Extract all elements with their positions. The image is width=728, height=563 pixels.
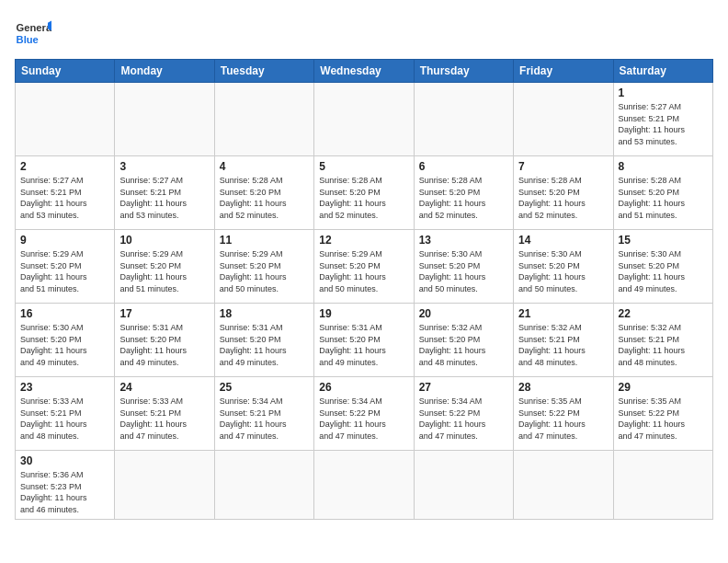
weekday-header-thursday: Thursday: [414, 60, 513, 83]
calendar-cell: 6Sunrise: 5:28 AM Sunset: 5:20 PM Daylig…: [414, 156, 513, 230]
calendar-cell: 4Sunrise: 5:28 AM Sunset: 5:20 PM Daylig…: [214, 156, 313, 230]
day-info: Sunrise: 5:36 AM Sunset: 5:23 PM Dayligh…: [20, 469, 109, 515]
day-number: 1: [619, 86, 708, 99]
calendar-cell: [115, 451, 214, 520]
day-number: 24: [119, 381, 209, 394]
weekday-header-row: SundayMondayTuesdayWednesdayThursdayFrid…: [16, 60, 713, 83]
weekday-header-tuesday: Tuesday: [214, 60, 313, 83]
weekday-header-saturday: Saturday: [613, 60, 712, 83]
day-number: 30: [20, 454, 109, 467]
day-info: Sunrise: 5:28 AM Sunset: 5:20 PM Dayligh…: [220, 175, 309, 221]
svg-text:Blue: Blue: [17, 34, 39, 45]
day-number: 17: [119, 307, 209, 320]
day-info: Sunrise: 5:27 AM Sunset: 5:21 PM Dayligh…: [20, 175, 109, 221]
calendar-cell: 27Sunrise: 5:34 AM Sunset: 5:22 PM Dayli…: [414, 377, 513, 451]
calendar-cell: [16, 83, 115, 156]
day-info: Sunrise: 5:35 AM Sunset: 5:22 PM Dayligh…: [518, 396, 608, 442]
calendar-cell: 2Sunrise: 5:27 AM Sunset: 5:21 PM Daylig…: [16, 156, 115, 230]
calendar-cell: 16Sunrise: 5:30 AM Sunset: 5:20 PM Dayli…: [16, 304, 115, 377]
weekday-header-wednesday: Wednesday: [314, 60, 414, 83]
calendar-cell: [514, 451, 613, 520]
day-info: Sunrise: 5:33 AM Sunset: 5:21 PM Dayligh…: [20, 396, 109, 442]
calendar-cell: [414, 83, 513, 156]
calendar-cell: 13Sunrise: 5:30 AM Sunset: 5:20 PM Dayli…: [414, 230, 513, 304]
calendar-week-1: 1Sunrise: 5:27 AM Sunset: 5:21 PM Daylig…: [16, 83, 713, 156]
calendar-cell: 3Sunrise: 5:27 AM Sunset: 5:21 PM Daylig…: [115, 156, 214, 230]
logo-svg: General Blue: [15, 15, 51, 52]
calendar-cell: [514, 83, 613, 156]
day-info: Sunrise: 5:28 AM Sunset: 5:20 PM Dayligh…: [419, 175, 508, 221]
calendar-cell: 7Sunrise: 5:28 AM Sunset: 5:20 PM Daylig…: [514, 156, 613, 230]
calendar-cell: 29Sunrise: 5:35 AM Sunset: 5:22 PM Dayli…: [613, 377, 712, 451]
svg-text:General: General: [17, 22, 51, 33]
calendar-cell: 14Sunrise: 5:30 AM Sunset: 5:20 PM Dayli…: [514, 230, 613, 304]
day-number: 4: [220, 160, 309, 173]
calendar-cell: 12Sunrise: 5:29 AM Sunset: 5:20 PM Dayli…: [314, 230, 414, 304]
logo-graphic: General Blue: [15, 15, 51, 52]
calendar-week-3: 9Sunrise: 5:29 AM Sunset: 5:20 PM Daylig…: [16, 230, 713, 304]
day-info: Sunrise: 5:31 AM Sunset: 5:20 PM Dayligh…: [319, 322, 408, 368]
day-number: 29: [619, 381, 708, 394]
day-number: 22: [619, 307, 708, 320]
day-info: Sunrise: 5:31 AM Sunset: 5:20 PM Dayligh…: [119, 322, 209, 368]
day-info: Sunrise: 5:29 AM Sunset: 5:20 PM Dayligh…: [220, 248, 309, 294]
calendar-cell: 10Sunrise: 5:29 AM Sunset: 5:20 PM Dayli…: [115, 230, 214, 304]
calendar-cell: 20Sunrise: 5:32 AM Sunset: 5:20 PM Dayli…: [414, 304, 513, 377]
day-number: 21: [518, 307, 608, 320]
day-number: 26: [319, 381, 408, 394]
day-number: 11: [220, 234, 309, 247]
calendar-week-2: 2Sunrise: 5:27 AM Sunset: 5:21 PM Daylig…: [16, 156, 713, 230]
calendar-cell: [115, 83, 214, 156]
calendar-cell: [214, 83, 313, 156]
calendar-week-6: 30Sunrise: 5:36 AM Sunset: 5:23 PM Dayli…: [16, 451, 713, 520]
day-info: Sunrise: 5:27 AM Sunset: 5:21 PM Dayligh…: [619, 101, 708, 147]
calendar-cell: 18Sunrise: 5:31 AM Sunset: 5:20 PM Dayli…: [214, 304, 313, 377]
calendar-cell: [214, 451, 313, 520]
day-info: Sunrise: 5:32 AM Sunset: 5:21 PM Dayligh…: [518, 322, 608, 368]
calendar-cell: 24Sunrise: 5:33 AM Sunset: 5:21 PM Dayli…: [115, 377, 214, 451]
day-number: 7: [518, 160, 608, 173]
day-info: Sunrise: 5:28 AM Sunset: 5:20 PM Dayligh…: [319, 175, 408, 221]
day-info: Sunrise: 5:28 AM Sunset: 5:20 PM Dayligh…: [518, 175, 608, 221]
calendar-cell: 28Sunrise: 5:35 AM Sunset: 5:22 PM Dayli…: [514, 377, 613, 451]
day-info: Sunrise: 5:32 AM Sunset: 5:20 PM Dayligh…: [419, 322, 508, 368]
day-info: Sunrise: 5:34 AM Sunset: 5:22 PM Dayligh…: [419, 396, 508, 442]
logo: General Blue: [15, 15, 51, 52]
calendar-cell: [613, 451, 712, 520]
day-info: Sunrise: 5:31 AM Sunset: 5:20 PM Dayligh…: [220, 322, 309, 368]
day-info: Sunrise: 5:30 AM Sunset: 5:20 PM Dayligh…: [20, 322, 109, 368]
day-number: 15: [619, 234, 708, 247]
day-number: 12: [319, 234, 408, 247]
page-header: General Blue: [15, 15, 713, 52]
day-number: 13: [419, 234, 508, 247]
day-number: 18: [220, 307, 309, 320]
day-info: Sunrise: 5:29 AM Sunset: 5:20 PM Dayligh…: [119, 248, 209, 294]
day-number: 8: [619, 160, 708, 173]
day-info: Sunrise: 5:34 AM Sunset: 5:22 PM Dayligh…: [319, 396, 408, 442]
calendar-cell: [314, 83, 414, 156]
day-number: 28: [518, 381, 608, 394]
day-number: 9: [20, 234, 109, 247]
calendar-cell: 21Sunrise: 5:32 AM Sunset: 5:21 PM Dayli…: [514, 304, 613, 377]
weekday-header-monday: Monday: [115, 60, 214, 83]
calendar-week-4: 16Sunrise: 5:30 AM Sunset: 5:20 PM Dayli…: [16, 304, 713, 377]
calendar-week-5: 23Sunrise: 5:33 AM Sunset: 5:21 PM Dayli…: [16, 377, 713, 451]
calendar-cell: 9Sunrise: 5:29 AM Sunset: 5:20 PM Daylig…: [16, 230, 115, 304]
weekday-header-sunday: Sunday: [16, 60, 115, 83]
day-number: 3: [119, 160, 209, 173]
calendar-cell: 17Sunrise: 5:31 AM Sunset: 5:20 PM Dayli…: [115, 304, 214, 377]
day-info: Sunrise: 5:30 AM Sunset: 5:20 PM Dayligh…: [419, 248, 508, 294]
day-number: 5: [319, 160, 408, 173]
day-number: 6: [419, 160, 508, 173]
calendar-cell: 5Sunrise: 5:28 AM Sunset: 5:20 PM Daylig…: [314, 156, 414, 230]
day-number: 16: [20, 307, 109, 320]
day-info: Sunrise: 5:30 AM Sunset: 5:20 PM Dayligh…: [518, 248, 608, 294]
day-info: Sunrise: 5:34 AM Sunset: 5:21 PM Dayligh…: [220, 396, 309, 442]
calendar-cell: [414, 451, 513, 520]
day-info: Sunrise: 5:35 AM Sunset: 5:22 PM Dayligh…: [619, 396, 708, 442]
day-info: Sunrise: 5:29 AM Sunset: 5:20 PM Dayligh…: [319, 248, 408, 294]
calendar-cell: 8Sunrise: 5:28 AM Sunset: 5:20 PM Daylig…: [613, 156, 712, 230]
calendar-cell: 11Sunrise: 5:29 AM Sunset: 5:20 PM Dayli…: [214, 230, 313, 304]
day-number: 19: [319, 307, 408, 320]
weekday-header-friday: Friday: [514, 60, 613, 83]
